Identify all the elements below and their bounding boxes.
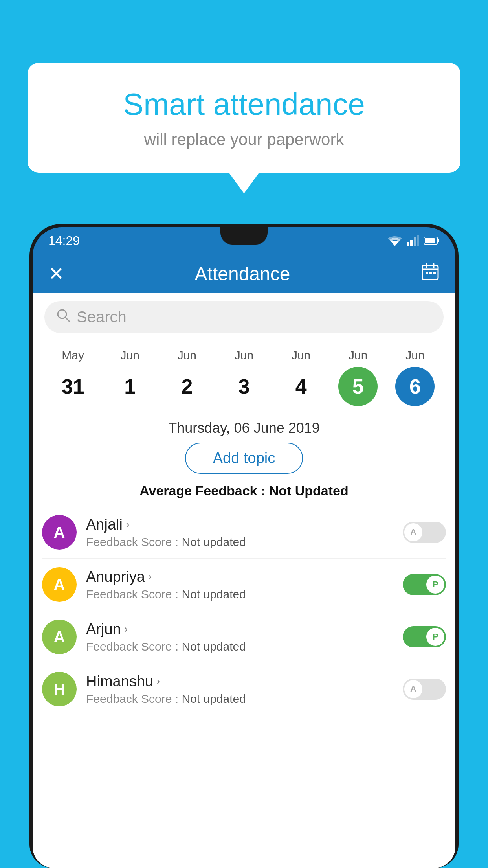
student-name-3[interactable]: Himanshu› [86,673,393,690]
bubble-title: Smart attendance [59,86,429,122]
cal-date-3: 3 [224,367,264,406]
screen-content: Search May31Jun1Jun2Jun3Jun4Jun5Jun6 Thu… [33,293,455,868]
app-bar-title: Attendance [195,263,290,285]
avg-feedback-label: Average Feedback : [139,483,265,498]
calendar-icon[interactable] [421,262,440,285]
avg-feedback-value: Not Updated [269,483,349,498]
add-topic-button[interactable]: Add topic [185,443,303,474]
toggle-0[interactable]: A [403,522,446,543]
student-info-2: Arjun›Feedback Score : Not updated [86,621,393,653]
cal-month-0: May [62,349,84,362]
cal-date-5: 5 [338,367,378,406]
svg-rect-7 [425,238,435,243]
bubble-subtitle: will replace your paperwork [59,130,429,149]
calendar-day-0[interactable]: May31 [48,349,99,406]
student-item-1: AAnupriya›Feedback Score : Not updatedP [42,559,446,611]
status-bar: 14:29 [33,227,455,254]
toggle-2[interactable]: P [403,626,446,647]
cal-month-6: Jun [405,349,424,362]
student-name-2[interactable]: Arjun› [86,621,393,638]
cal-month-3: Jun [235,349,253,362]
student-info-1: Anupriya›Feedback Score : Not updated [86,568,393,601]
student-info-0: Anjali›Feedback Score : Not updated [86,516,393,549]
svg-rect-6 [437,239,439,242]
avatar-0: A [42,515,77,550]
avatar-1: A [42,567,77,602]
phone-inner: 14:29 [33,227,455,868]
avatar-3: H [42,672,77,706]
search-input-wrapper[interactable]: Search [44,301,444,333]
toggle-knob-0: A [404,523,422,541]
calendar-day-4[interactable]: Jun4 [275,349,327,406]
toggle-wrapper-2[interactable]: P [403,626,446,647]
student-info-3: Himanshu›Feedback Score : Not updated [86,673,393,706]
name-text-1: Anupriya [86,568,145,585]
svg-marker-0 [391,241,399,246]
add-topic-label: Add topic [213,450,275,467]
toggle-3[interactable]: A [403,679,446,700]
wifi-icon [388,235,402,246]
search-icon [56,308,70,326]
feedback-score-1: Feedback Score : Not updated [86,588,393,601]
chevron-icon-2: › [124,623,128,635]
svg-rect-14 [433,272,436,274]
name-text-0: Anjali [86,516,123,533]
student-item-3: HHimanshu›Feedback Score : Not updatedA [42,663,446,715]
cal-date-0: 31 [53,367,93,406]
status-icons [388,235,440,246]
toggle-knob-3: A [404,680,422,698]
student-item-0: AAnjali›Feedback Score : Not updatedA [42,506,446,559]
student-name-1[interactable]: Anupriya› [86,568,393,585]
svg-rect-4 [417,235,419,246]
status-time: 14:29 [48,234,80,248]
cal-month-4: Jun [292,349,310,362]
svg-line-16 [65,317,69,321]
calendar-day-2[interactable]: Jun2 [161,349,213,406]
chevron-icon-0: › [126,518,129,531]
bubble-tail [228,172,260,193]
search-placeholder: Search [77,308,127,326]
cal-date-1: 1 [110,367,150,406]
phone-frame: 14:29 [29,224,459,868]
toggle-wrapper-1[interactable]: P [403,574,446,595]
avg-feedback: Average Feedback : Not Updated [33,483,455,498]
calendar-day-3[interactable]: Jun3 [218,349,270,406]
toggle-knob-1: P [426,576,444,594]
student-item-2: AArjun›Feedback Score : Not updatedP [42,611,446,663]
toggle-1[interactable]: P [403,574,446,595]
cal-date-4: 4 [281,367,321,406]
notch [220,227,268,245]
chevron-icon-3: › [156,675,160,688]
feedback-score-3: Feedback Score : Not updated [86,692,393,706]
cal-month-1: Jun [121,349,139,362]
battery-icon [424,236,440,245]
student-name-0[interactable]: Anjali› [86,516,393,533]
svg-rect-12 [426,272,428,274]
search-bar-section: Search [33,293,455,341]
toggle-knob-2: P [426,628,444,646]
svg-rect-3 [414,237,416,246]
selected-date: Thursday, 06 June 2019 [33,410,455,443]
cal-month-5: Jun [349,349,367,362]
calendar-strip: May31Jun1Jun2Jun3Jun4Jun5Jun6 [33,341,455,410]
svg-rect-2 [410,240,413,246]
app-bar: ✕ Attendance [33,254,455,293]
cal-date-2: 2 [167,367,207,406]
close-button[interactable]: ✕ [48,263,64,285]
svg-rect-13 [429,272,432,274]
calendar-day-1[interactable]: Jun1 [105,349,156,406]
student-list: AAnjali›Feedback Score : Not updatedAAAn… [33,506,455,715]
signal-icon [407,235,419,246]
speech-bubble: Smart attendance will replace your paper… [28,63,460,173]
feedback-score-2: Feedback Score : Not updated [86,640,393,653]
speech-bubble-section: Smart attendance will replace your paper… [28,63,460,193]
name-text-2: Arjun [86,621,121,638]
calendar-day-6[interactable]: Jun6 [389,349,440,406]
toggle-wrapper-3[interactable]: A [403,679,446,700]
feedback-score-0: Feedback Score : Not updated [86,535,393,549]
toggle-wrapper-0[interactable]: A [403,522,446,543]
cal-date-6: 6 [395,367,435,406]
calendar-day-5[interactable]: Jun5 [332,349,383,406]
name-text-3: Himanshu [86,673,153,690]
cal-month-2: Jun [178,349,196,362]
